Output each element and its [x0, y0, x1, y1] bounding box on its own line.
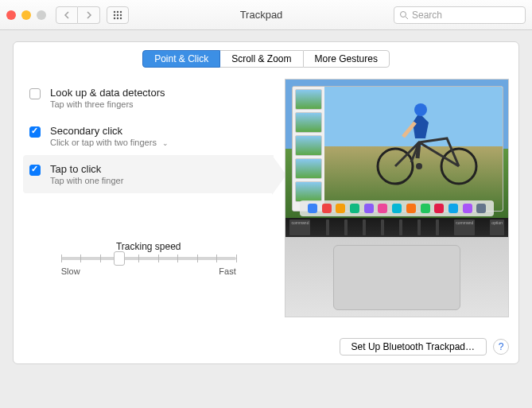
bluetooth-trackpad-button[interactable]: Set Up Bluetooth Trackpad…	[340, 338, 487, 356]
slider[interactable]: Slow Fast	[61, 257, 236, 276]
svg-point-4	[117, 14, 118, 15]
gesture-preview: commandcommandoption	[285, 79, 509, 317]
preview-trackpad	[333, 245, 460, 310]
minimize-button[interactable]	[21, 10, 31, 20]
svg-point-14	[414, 103, 427, 116]
svg-line-10	[406, 17, 408, 19]
help-button[interactable]: ?	[493, 339, 509, 355]
option-subtitle[interactable]: Click or tap with two fingers ⌄	[50, 138, 169, 147]
tab-more-gestures[interactable]: More Gestures	[303, 50, 390, 68]
slider-min-label: Slow	[61, 266, 80, 276]
option-tap-to-click[interactable]: Tap to click Tap with one finger	[23, 155, 274, 193]
zoom-button	[37, 10, 46, 20]
checkbox-tap[interactable]	[29, 165, 41, 176]
body: Look up & data detectors Tap with three …	[23, 79, 509, 317]
svg-point-2	[120, 10, 122, 12]
option-title: Secondary click	[50, 125, 169, 137]
content: Point & Click Scroll & Zoom More Gesture…	[0, 30, 532, 377]
nav-buttons	[56, 6, 100, 24]
option-title: Look up & data detectors	[50, 87, 165, 99]
traffic-lights	[6, 10, 46, 20]
preview-laptop-body	[285, 237, 508, 317]
svg-point-3	[114, 14, 115, 15]
option-secondary-click[interactable]: Secondary click Click or tap with two fi…	[23, 117, 274, 155]
svg-point-1	[117, 10, 118, 12]
window-title: Trackpad	[129, 9, 394, 21]
tab-scroll-zoom[interactable]: Scroll & Zoom	[220, 50, 302, 68]
dock-icon	[392, 204, 402, 213]
slider-track	[61, 257, 236, 260]
titlebar: Trackpad Search	[0, 0, 532, 30]
svg-point-7	[117, 17, 118, 18]
dock-icon	[350, 204, 359, 213]
svg-point-0	[114, 10, 115, 12]
slider-thumb[interactable]	[114, 251, 125, 266]
dock-icon	[421, 204, 430, 213]
options-column: Look up & data detectors Tap with three …	[23, 79, 274, 317]
svg-point-13	[416, 163, 422, 169]
forward-button[interactable]	[78, 6, 100, 24]
dock-icon	[308, 204, 317, 213]
close-button[interactable]	[6, 10, 16, 20]
search-placeholder: Search	[412, 10, 442, 21]
chevron-left-icon	[64, 11, 70, 19]
footer: Set Up Bluetooth Trackpad… ?	[340, 338, 509, 356]
grid-icon	[113, 10, 122, 20]
tab-point-click[interactable]: Point & Click	[142, 50, 220, 68]
dock-icon	[406, 204, 416, 213]
chevron-right-icon	[86, 11, 92, 19]
preview-app-window	[292, 86, 503, 212]
dock	[300, 200, 494, 216]
slider-label: Tracking speed	[23, 241, 274, 252]
show-all-button[interactable]	[107, 6, 129, 24]
dock-icon	[449, 204, 458, 213]
option-subtitle: Tap with one finger	[50, 176, 123, 185]
tracking-speed-section: Tracking speed Slow Fast	[23, 241, 274, 276]
option-subtitle: Tap with three fingers	[50, 99, 165, 109]
slider-max-label: Fast	[219, 266, 235, 276]
dock-icon	[476, 204, 486, 213]
preview-keyboard: commandcommandoption	[285, 218, 508, 237]
cyclist-illustration	[371, 99, 483, 186]
svg-point-9	[401, 11, 406, 17]
checkbox-lookup[interactable]	[29, 88, 41, 99]
dock-icon	[463, 204, 472, 213]
dock-icon	[322, 204, 332, 213]
svg-point-8	[120, 17, 122, 18]
dock-icon	[364, 204, 374, 213]
preview-photo	[324, 87, 503, 211]
search-field[interactable]: Search	[394, 6, 526, 24]
svg-point-5	[120, 14, 122, 15]
svg-point-6	[114, 17, 115, 18]
back-button[interactable]	[56, 6, 78, 24]
chevron-down-icon: ⌄	[162, 139, 169, 147]
option-title: Tap to click	[50, 163, 123, 175]
tab-bar: Point & Click Scroll & Zoom More Gesture…	[23, 50, 509, 68]
preview-screen	[285, 80, 508, 218]
dock-icon	[336, 204, 345, 213]
search-icon	[399, 10, 409, 20]
dock-icon	[378, 204, 387, 213]
panel: Point & Click Scroll & Zoom More Gesture…	[13, 41, 519, 364]
dock-icon	[434, 204, 444, 213]
checkbox-secondary[interactable]	[29, 126, 41, 138]
option-lookup[interactable]: Look up & data detectors Tap with three …	[23, 79, 274, 117]
